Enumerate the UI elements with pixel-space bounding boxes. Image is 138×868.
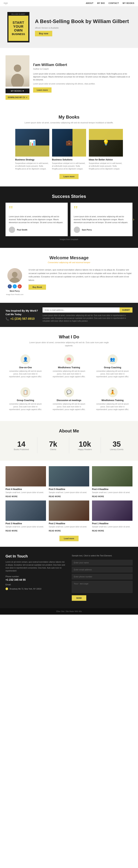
nav-link-books[interactable]: MY BOOKS [123, 2, 134, 4]
post-3-read-more[interactable]: READ MORE [5, 530, 18, 532]
books-browse-button[interactable]: Learn more [60, 174, 78, 179]
author-section: MY BOOKS ▼ DOWNLOAD MY CV ↗ I'am William… [0, 48, 138, 107]
book-word-start: START [12, 21, 24, 25]
address-dot-icon [5, 588, 8, 590]
cta-email-input[interactable] [42, 307, 119, 313]
service-1-icon: 🧠 [64, 354, 74, 364]
contact-send-button[interactable]: SEND [72, 595, 86, 601]
nav-link-contact[interactable]: CONTACT [109, 2, 119, 4]
success-section: Success Stories " Lorem ipsum dolor sit … [0, 186, 138, 248]
testimonial-card-2: " Lorem ipsum dolor sit amet, consectetu… [70, 203, 133, 237]
post-1-desc: Sample small text. Lorem ipsum dolor sit… [92, 526, 133, 528]
contact-phone-label: Phone number: [5, 575, 66, 578]
post-1-headline: Post 1 Headline [92, 522, 133, 525]
contact-right-placeholder: Sample text, Click to select the Text El… [72, 554, 133, 557]
welcome-avatar-img [7, 268, 22, 283]
author-image-container: MY BOOKS ▼ DOWNLOAD MY CV ↗ [5, 55, 29, 100]
welcome-header: Welcome Message Consectetur adipiscing e… [5, 255, 133, 264]
author-role: Author & Coach [33, 68, 133, 70]
stat-3: 35 Literary Events [101, 437, 133, 453]
post-3-image [5, 500, 46, 521]
nav-link-bio[interactable]: MY BIO [97, 2, 105, 4]
author-2-name: Sam Perry [82, 229, 92, 231]
service-5-desc: consectetur adipiscing elit sed do ipsum… [95, 403, 130, 411]
nav-link-about[interactable]: ABOUT [86, 2, 94, 4]
cta-submit-button[interactable]: SUBMIT [119, 307, 133, 313]
svg-point-1 [11, 74, 24, 87]
form-field-email [72, 567, 133, 572]
post-4-read-more[interactable]: READ MORE [5, 496, 18, 498]
service-3-name: Group Coaching [8, 399, 43, 402]
hero-ebook-label: eBook Version is Available [35, 27, 129, 29]
form-field-phone [72, 574, 133, 580]
testimonial-1-text: Lorem ipsum dolor sit amet, consectetur … [9, 215, 64, 224]
hero-title: A Best-Selling Book by William Gilbert [35, 18, 129, 25]
welcome-person-silhouette [9, 271, 20, 283]
post-6-read-more[interactable]: READ MORE [92, 496, 104, 498]
hero-section: WILLIAM GILBERT START YOUR OWN BUSINESS … [0, 6, 138, 48]
about-me-section: About Me 14 Books Published 7k Clients 1… [0, 421, 138, 461]
download-cv-button[interactable]: DOWNLOAD MY CV ↗ [5, 95, 29, 100]
testimonial-card-1: " Lorem ipsum dolor sit amet, consectetu… [5, 203, 68, 237]
post-card-1: Post 1 Headline Sample small text. Lorem… [92, 500, 133, 532]
carousel-next-arrow[interactable]: › [133, 217, 134, 222]
post-4-desc: Sample small text. Lorem ipsum dolor sit… [5, 491, 46, 494]
service-card-1: 🧠 Mindfulness Training consectetur adipi… [49, 352, 89, 381]
buy-book-button[interactable]: Buy Book [29, 284, 46, 290]
facebook-icon[interactable]: f [8, 284, 12, 288]
post-2-read-more[interactable]: READ MORE [49, 530, 61, 532]
stat-2: 10k Happy Readers [69, 437, 101, 453]
post-2-desc: Sample small text. Lorem ipsum dolor sit… [49, 526, 89, 528]
cta-title: You Inspired By My Work? [5, 309, 38, 312]
contact-left: Get In Touch Lorem sit ad minim veniam, … [5, 554, 66, 601]
posts-load-more-container: Load more [5, 536, 133, 541]
post-card-6: Post 4 Headline Sample small text. Lorem… [92, 466, 133, 498]
posts-section: Post 4 Headline Sample small text. Lorem… [0, 461, 138, 547]
svg-point-2 [12, 272, 18, 277]
books-grid: 📊 Business Strategy Suspendisse volutpat… [5, 129, 133, 170]
services-grid: 👤 One-on-One consectetur adipiscing elit… [5, 352, 133, 414]
book-card-2-overlay [72, 129, 86, 157]
learn-more-button[interactable]: Learn more [33, 87, 51, 93]
hero-buy-button[interactable]: Buy now [35, 31, 52, 36]
phone-icon: 📞 [5, 317, 9, 321]
book-cover-graphic: START YOUR OWN BUSINESS [8, 16, 28, 41]
book-card-2-desc: Suspendisse volutpat orci in velit laore… [52, 162, 86, 170]
service-1-name: Mindfulness Training [52, 366, 86, 369]
form-field-message [72, 581, 133, 593]
service-card-5: 🧘 Mindfulness Training consectetur adipi… [93, 384, 133, 414]
post-1-image [92, 500, 133, 521]
post-3-headline: Post 3 Headline [5, 522, 46, 525]
service-5-name: Mindfulness Training [95, 399, 130, 402]
cta-desc-text: Lorem ipsum dolor sit amet, consectetur … [42, 314, 133, 322]
person-silhouette-icon [10, 63, 25, 87]
google-plus-icon[interactable]: g+ [18, 284, 22, 288]
post-5-read-more[interactable]: READ MORE [49, 496, 61, 498]
contact-message-input[interactable] [72, 581, 133, 593]
nav-links: ABOUT MY BIO CONTACT MY BOOKS [86, 2, 134, 4]
stat-0-number: 14 [7, 440, 35, 448]
contact-email-input[interactable] [72, 567, 133, 572]
stat-0: 14 Books Published [5, 437, 37, 453]
post-card-3: Post 3 Headline Sample small text. Lorem… [5, 500, 46, 532]
contact-address-text: Broadway Me 72, New York, NY 10010 [9, 588, 41, 590]
footer-text: Elber Site | Site Made With Wix [4, 610, 134, 612]
svg-point-3 [9, 277, 20, 283]
what-i-do-section: What I Do Lorem ipsum dolor sit amet, co… [0, 327, 138, 421]
author-info: I'am William Gilbert Author & Coach Lore… [33, 63, 133, 93]
book-card-2-icon: 💼 [66, 140, 72, 146]
load-more-button[interactable]: Load more [60, 536, 78, 541]
service-1-desc: consectetur adipiscing elit sed do ipsum… [52, 370, 86, 378]
my-books-button[interactable]: MY BOOKS ▼ [5, 89, 29, 93]
post-1-read-more[interactable]: READ MORE [92, 530, 104, 532]
service-card-3: 📋 Group Coaching consectetur adipiscing … [5, 384, 45, 414]
book-card-3-image: 💡 [89, 129, 123, 157]
post-5-image [49, 466, 89, 487]
contact-name-input[interactable] [72, 560, 133, 565]
book-card-1-title: Business Strategy [15, 158, 49, 161]
author-body2: Lorem ipsum dolor sit amet consectetur a… [33, 83, 133, 85]
twitter-icon[interactable]: t [13, 284, 17, 288]
book-word-own: OWN [14, 29, 23, 32]
posts-top-row: Post 4 Headline Sample small text. Lorem… [5, 466, 133, 498]
contact-phone-input[interactable] [72, 574, 133, 580]
